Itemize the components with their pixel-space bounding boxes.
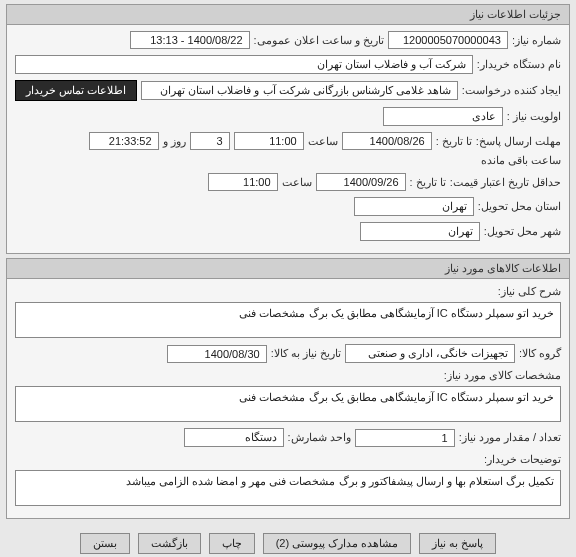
desc-field: خرید اتو سمپلر دستگاه IC آزمایشگاهی مطاب… — [15, 302, 561, 338]
city-label: شهر محل تحویل: — [484, 225, 561, 238]
priority-label: اولویت نیاز : — [507, 110, 561, 123]
requester-field: شاهد غلامی کارشناس بازرگانی شرکت آب و فا… — [141, 81, 458, 100]
announce-field: 1400/08/22 - 13:13 — [130, 31, 250, 49]
days-field: 3 — [190, 132, 230, 150]
to-date-label-2: تا تاریخ : — [410, 176, 446, 189]
remaining-label: ساعت باقی مانده — [481, 154, 561, 167]
validity-time-field: 11:00 — [208, 173, 278, 191]
to-date-label: تا تاریخ : — [436, 135, 472, 148]
close-button[interactable]: بستن — [80, 533, 130, 554]
need-details-panel: جزئیات اطلاعات نیاز شماره نیاز: 12000050… — [6, 4, 570, 254]
back-button[interactable]: بازگشت — [138, 533, 201, 554]
time-label-2: ساعت — [282, 176, 312, 189]
province-label: استان محل تحویل: — [478, 200, 561, 213]
notes-label: توضیحات خریدار: — [484, 453, 561, 466]
panel1-title: جزئیات اطلاعات نیاز — [7, 5, 569, 25]
deadline-label: مهلت ارسال پاسخ: — [476, 135, 561, 148]
contact-buyer-button[interactable]: اطلاعات تماس خریدار — [15, 80, 137, 101]
announce-label: تاریخ و ساعت اعلان عمومی: — [254, 34, 384, 47]
goods-info-panel: اطلاعات کالاهای مورد نیاز شرح کلی نیاز: … — [6, 258, 570, 519]
province-field: تهران — [354, 197, 474, 216]
city-field: تهران — [360, 222, 480, 241]
need-number-label: شماره نیاز: — [512, 34, 561, 47]
panel2-title: اطلاعات کالاهای مورد نیاز — [7, 259, 569, 279]
footer-actions: پاسخ به نیاز مشاهده مدارک پیوستی (2) چاپ… — [0, 527, 576, 557]
need-number-field: 1200005070000043 — [388, 31, 508, 49]
validity-label: حداقل تاریخ اعتبار قیمت: — [450, 176, 561, 189]
group-label: گروه کالا: — [519, 347, 561, 360]
desc-label: شرح کلی نیاز: — [498, 285, 561, 298]
need-by-field: 1400/08/30 — [167, 345, 267, 363]
spec-label: مشخصات کالای مورد نیاز: — [444, 369, 561, 382]
spec-field: خرید اتو سمپلر دستگاه IC آزمایشگاهی مطاب… — [15, 386, 561, 422]
days-label: روز و — [163, 135, 186, 148]
qty-field: 1 — [355, 429, 455, 447]
time-label-1: ساعت — [308, 135, 338, 148]
attachments-button[interactable]: مشاهده مدارک پیوستی (2) — [263, 533, 412, 554]
print-button[interactable]: چاپ — [209, 533, 255, 554]
qty-label: تعداد / مقدار مورد نیاز: — [459, 431, 561, 444]
requester-label: ایجاد کننده درخواست: — [462, 84, 561, 97]
buyer-name-field: شرکت آب و فاضلاب استان تهران — [15, 55, 473, 74]
countdown-field: 21:33:52 — [89, 132, 159, 150]
buyer-name-label: نام دستگاه خریدار: — [477, 58, 561, 71]
priority-field: عادی — [383, 107, 503, 126]
notes-field: تکمیل برگ استعلام بها و ارسال پیشفاکتور … — [15, 470, 561, 506]
deadline-time-field: 11:00 — [234, 132, 304, 150]
unit-label: واحد شمارش: — [288, 431, 351, 444]
reply-button[interactable]: پاسخ به نیاز — [419, 533, 496, 554]
need-by-label: تاریخ نیاز به کالا: — [271, 347, 341, 360]
group-field: تجهیزات خانگی، اداری و صنعتی — [345, 344, 515, 363]
unit-field: دستگاه — [184, 428, 284, 447]
deadline-date-field: 1400/08/26 — [342, 132, 432, 150]
validity-date-field: 1400/09/26 — [316, 173, 406, 191]
